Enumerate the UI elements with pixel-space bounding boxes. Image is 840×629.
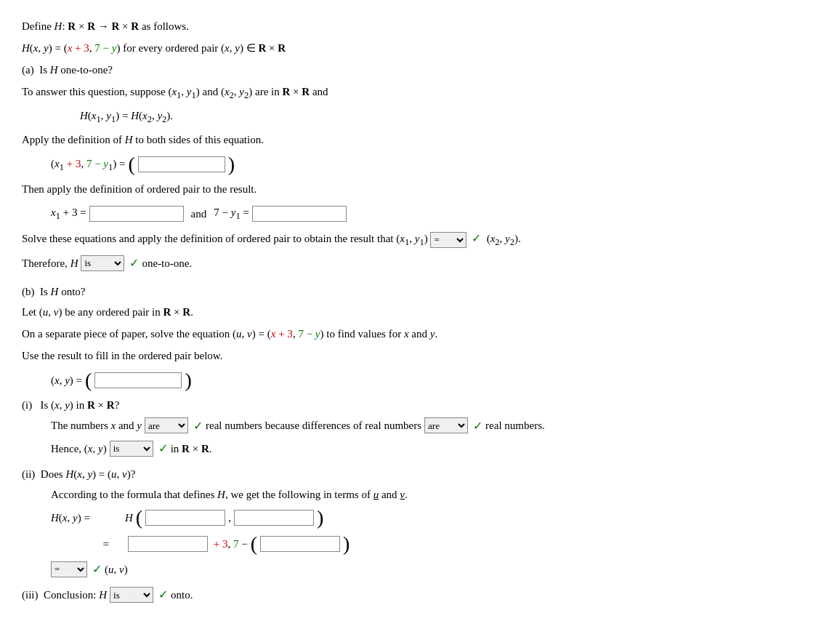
open-paren-2: (	[85, 370, 92, 390]
then-apply-text: Then apply the definition of ordered pai…	[22, 183, 257, 195]
part-a-label-line: (a) Is H one-to-one?	[22, 61, 818, 79]
sub-ii: (ii) Does H(x, y) = (u, v)? According to…	[22, 465, 818, 579]
hence-dropdown[interactable]: isis not	[110, 441, 153, 457]
input-line-2: x1 + 3 = and 7 − y1 =	[51, 204, 818, 223]
conclusion-end: onto.	[171, 586, 193, 604]
therefore-end: one-to-one.	[142, 255, 192, 272]
define-text: Define H: R × R → R × R as follows.	[22, 20, 189, 32]
close-paren-3: )	[317, 508, 323, 528]
apply-line: Apply the definition of H to both sides …	[22, 131, 818, 148]
plus3-7: + 3, 7 −	[211, 535, 248, 553]
hxy-eq-line3: =≠ ✓ (u, v)	[51, 560, 818, 579]
real-end: real numbers.	[485, 417, 545, 434]
input-box-4a[interactable]	[145, 510, 225, 526]
sub-i: (i) Is (x, y) in R × R? The numbers x an…	[22, 396, 818, 458]
input-box-2a[interactable]	[89, 206, 184, 222]
are-dropdown[interactable]: areare not	[424, 417, 468, 433]
suppose-text: To answer this question, suppose (x1, y1…	[22, 86, 328, 97]
sub-iii: (iii) Conclusion: H isis not ✓ onto.	[22, 585, 818, 604]
close-paren-4: )	[343, 534, 350, 554]
define-line: Define H: R × R → R × R as follows.	[22, 17, 818, 35]
solve-line: Solve these equations and apply the defi…	[22, 229, 818, 249]
input-box-4b[interactable]	[234, 510, 314, 526]
hence-line: Hence, (x, y) isis not ✓ in R × R.	[51, 439, 818, 458]
sub-iii-label: (iii) Conclusion: H	[22, 586, 107, 604]
let-text: Let (u, v) be any ordered pair in R × R.	[22, 306, 193, 318]
part-a-label: (a) Is H one-to-one?	[22, 61, 113, 79]
sub-i-label: (i) Is (x, y) in R × R?	[22, 396, 119, 414]
hxy-row2: = + 3, 7 − ( )	[51, 534, 818, 554]
therefore-line: Therefore, H isis not ✓ one-to-one.	[22, 254, 818, 273]
open-paren-1: (	[129, 154, 135, 175]
input-box-2b[interactable]	[252, 206, 347, 222]
input-box-1[interactable]	[138, 156, 225, 172]
numbers-checkmark: ✓	[193, 417, 203, 436]
use-text: Use the result to fill in the ordered pa…	[22, 350, 222, 361]
uv-label: (u, v)	[105, 561, 128, 578]
separate-line: On a separate piece of paper, solve the …	[22, 325, 818, 342]
input-box-5a[interactable]	[128, 536, 208, 552]
seven-minus-y1: 7 − y1 =	[214, 204, 249, 223]
close-paren-2: )	[185, 370, 191, 390]
formula-text: H(x, y) = (x + 3, 7 − y) for every order…	[22, 42, 286, 54]
close-paren-1: )	[228, 154, 235, 175]
suppose-line: To answer this question, suppose (x1, y1…	[22, 83, 818, 103]
solve-checkmark: ✓	[472, 232, 481, 244]
input-line-3: (x, y) = ( )	[51, 370, 818, 390]
hxy-label: H(x, y) =	[51, 509, 109, 526]
sub-ii-label: (ii) Does H(x, y) = (u, v)?	[22, 468, 135, 480]
page-content: Define H: R × R → R × R as follows. H(x,…	[22, 17, 818, 604]
xy-lhs: (x, y) =	[51, 372, 82, 389]
according-line: According to the formula that defines H,…	[51, 486, 818, 503]
formula-line: H(x, y) = (x + 3, 7 − y) for every order…	[22, 39, 818, 57]
part-b-label-line: (b) Is H onto?	[22, 283, 818, 300]
hx1y1-line: H(x1, y1) = H(x2, y2).	[80, 107, 818, 127]
input-box-5b[interactable]	[260, 536, 340, 552]
therefore-checkmark: ✓	[129, 254, 139, 273]
hence-text: Hence, (x, y)	[51, 440, 107, 457]
numbers-line: The numbers x and y areare not ✓ real nu…	[51, 417, 818, 436]
solve-text: Solve these equations and apply the defi…	[22, 233, 521, 244]
eq-checkmark: ✓	[92, 560, 102, 579]
conclusion-dropdown[interactable]: isis not	[110, 587, 153, 603]
x1-plus3: x1 + 3 =	[51, 204, 86, 223]
hx1y1-text: H(x1, y1) = H(x2, y2).	[80, 110, 173, 121]
part-b: (b) Is H onto? Let (u, v) be any ordered…	[22, 283, 818, 604]
comma-1: ,	[228, 509, 231, 526]
then-apply-line: Then apply the definition of ordered pai…	[22, 180, 818, 198]
h-func: H	[125, 509, 133, 526]
part-a: (a) Is H one-to-one? To answer this ques…	[22, 61, 818, 273]
therefore-dropdown[interactable]: isis not	[81, 255, 124, 271]
let-line: Let (u, v) be any ordered pair in R × R.	[22, 303, 818, 321]
sub-i-label-line: (i) Is (x, y) in R × R?	[22, 396, 818, 414]
and-text: and	[191, 205, 207, 223]
hxy-eq-line2: = + 3, 7 − ( )	[51, 534, 818, 554]
part-b-label: (b) Is H onto?	[22, 283, 86, 300]
eq-dropdown[interactable]: =≠	[51, 561, 87, 577]
are-checkmark: ✓	[473, 417, 482, 436]
apply-text: Apply the definition of H to both sides …	[22, 134, 264, 145]
use-line: Use the result to fill in the ordered pa…	[22, 347, 818, 364]
numbers-dropdown[interactable]: areare not	[145, 417, 188, 433]
input-box-3[interactable]	[94, 372, 182, 388]
open-paren-3: (	[136, 508, 142, 528]
hence-end: in R × R.	[171, 440, 212, 457]
numbers-text: The numbers x and y	[51, 417, 142, 434]
therefore-text: Therefore, H	[22, 255, 78, 272]
solve-dropdown[interactable]: =≠≤	[430, 232, 467, 248]
sub-ii-label-line: (ii) Does H(x, y) = (u, v)?	[22, 465, 818, 483]
hxy-eq-line: H(x, y) = H ( , )	[51, 508, 818, 528]
real-text: real numbers because differences of real…	[206, 417, 421, 434]
hxy-row3: =≠ ✓ (u, v)	[51, 560, 818, 579]
conclusion-checkmark: ✓	[158, 585, 168, 604]
open-paren-4: (	[251, 534, 257, 554]
hence-checkmark: ✓	[158, 439, 168, 458]
separate-text: On a separate piece of paper, solve the …	[22, 328, 437, 340]
hxy-row1: H(x, y) = H ( , )	[51, 508, 818, 528]
eq-sign: =	[51, 535, 109, 553]
according-text: According to the formula that defines H,…	[51, 489, 408, 500]
input-line-1: (x1 + 3, 7 − y1) = ( )	[51, 154, 818, 175]
lhs-expr: (x1 + 3, 7 − y1) =	[51, 155, 126, 175]
